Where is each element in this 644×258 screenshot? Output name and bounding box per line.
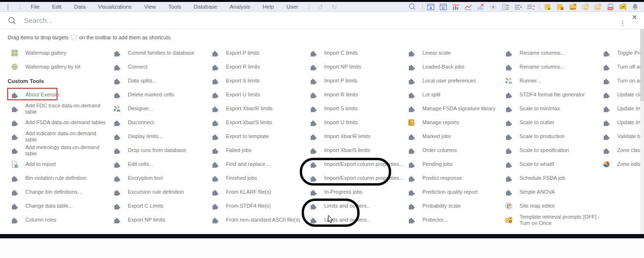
tool-item-connect[interactable]: Connect — [110, 60, 210, 74]
tool-item-import-r-limits[interactable]: Import R limits — [306, 88, 406, 102]
menu-item-database[interactable]: Database — [187, 4, 223, 10]
tool-item-export-s-limits[interactable]: Export S limits — [208, 74, 308, 88]
dod-icon[interactable]: DOD — [606, 3, 614, 11]
tool-item-export-xbar-r-limits[interactable]: Export Xbar/R limits — [208, 102, 308, 116]
tool-item-failed-jobs[interactable]: Failed jobs — [208, 143, 308, 157]
delete-note-icon[interactable] — [556, 3, 565, 11]
tool-item-export-u-limits[interactable]: Export U limits — [208, 88, 308, 102]
tool-item-update-image[interactable]: Update image — [599, 102, 644, 116]
tool-item-edit-cells[interactable]: Edit cells... — [110, 157, 210, 171]
menu-item-tools[interactable]: Tools — [162, 4, 188, 10]
tool-item-rename-columns[interactable]: Rename columns... — [502, 46, 601, 60]
tool-item-import-export-column-properties[interactable]: Import/Export column properties... — [306, 157, 406, 171]
menu-item-help[interactable]: Help — [257, 4, 281, 10]
search-icon[interactable] — [408, 3, 416, 11]
tool-item-display-limits[interactable]: Display limits... — [110, 129, 210, 143]
tool-item-about-exensio[interactable]: About Exensio — [8, 88, 107, 102]
menu-item-file[interactable]: File — [24, 4, 46, 10]
tool-item-scale-to-specification[interactable]: Scale to specification — [502, 143, 601, 157]
tool-item-import-p-limits[interactable]: Import P limits — [306, 74, 406, 88]
tool-item-wafermap-gallery[interactable]: Wafermap gallery — [8, 46, 107, 60]
menu-item-edit[interactable]: Edit — [46, 4, 68, 10]
tool-item-wafermap-gallery-by-lot[interactable]: Wafermap gallery by lot — [8, 60, 107, 74]
bell-icon[interactable] — [631, 3, 639, 11]
tool-item-delete-marked-cells[interactable]: Delete marked cells — [110, 88, 210, 102]
tool-item-stdf4-format-file-generator[interactable]: STDF4 format file generator — [502, 88, 601, 102]
tool-item-finished-jobs[interactable]: Finished jobs — [208, 171, 308, 185]
tool-item-data-splits[interactable]: Data splits... — [110, 74, 210, 88]
tool-item-protector[interactable]: Protector... — [405, 213, 504, 227]
tool-item-excursion-rule-definition[interactable]: Excursion rule definition — [110, 185, 210, 199]
tool-item-loaded-back-jobs[interactable]: Loaded-Back jobs — [405, 60, 504, 74]
menu-item-data[interactable]: Data — [68, 4, 91, 10]
tool-item-zone-classifica[interactable]: Zone classifica — [599, 143, 644, 157]
tool-item-update-class[interactable]: Update class — [599, 88, 644, 102]
tool-item-update-image[interactable]: Update image — [599, 116, 644, 129]
tool-item-export-np-limits[interactable]: Export NP limits — [110, 213, 210, 227]
tool-item-simple-anova[interactable]: Simple ANOVA — [502, 185, 601, 199]
tool-item-zone-editor[interactable]: Zone editor — [599, 157, 644, 171]
menu-item-analysis[interactable]: Analysis — [224, 4, 257, 10]
tool-item-export-to-template[interactable]: Export to template — [208, 129, 308, 143]
tool-item-import-s-limits[interactable]: Import S limits — [306, 102, 406, 116]
folder-ret-icon[interactable]: RET — [569, 3, 577, 11]
undo-icon[interactable]: ↺ — [314, 3, 328, 11]
column-lines-icon[interactable] — [514, 3, 522, 11]
tool-item-commit-families-to-database[interactable]: Commit families to database — [110, 46, 210, 60]
tool-item-change-bin-definitions[interactable]: Change bin definitions... — [8, 185, 107, 199]
control-chart-icon[interactable] — [452, 3, 460, 11]
menu-item-visualizations[interactable]: Visualizations — [92, 4, 138, 10]
normalize-a-icon[interactable]: A — [427, 3, 435, 11]
tool-item-designer[interactable]: Designer... — [110, 102, 210, 116]
folder-bi-icon[interactable]: BI — [581, 3, 589, 11]
pareto-icon[interactable] — [502, 3, 510, 11]
tool-item-export-c-limits[interactable]: Export C Limits — [110, 199, 210, 213]
tool-item-drop-runs-from-database[interactable]: Drop runs from database — [110, 143, 210, 157]
tool-item-encryption-tool[interactable]: Encryption tool — [110, 171, 210, 185]
tool-item-local-user-preferences[interactable]: Local user preferences — [405, 74, 504, 88]
grip-handle-icon[interactable]: ⋮ — [5, 3, 11, 11]
tool-item-from-stdf4-file-s[interactable]: From STDF4 file(s) — [208, 199, 308, 213]
tool-item-predict-response[interactable]: Predict response — [405, 171, 504, 185]
redo-icon[interactable]: ↻ — [328, 3, 341, 11]
tool-item-import-xbar-r-limits[interactable]: Import Xbar/R limits — [306, 129, 406, 143]
tool-item-template-retrieval-prompts-off-turn-on-once[interactable]: Template retrieval prompts [OFF] - Turn … — [502, 213, 601, 227]
tool-item-import-xbar-s-limits[interactable]: Import Xbar/S limits — [306, 143, 406, 157]
tool-item-scale-to-min-max[interactable]: Scale to min/max — [502, 102, 601, 116]
menu-item-view[interactable]: View — [138, 4, 162, 10]
tool-item-bin-violation-rule-definition[interactable]: Bin violation rule definition — [8, 171, 107, 185]
tool-item-runner[interactable]: Runner... — [502, 74, 601, 88]
tool-item-from-klarf-file-s[interactable]: From KLARF file(s) — [208, 185, 308, 199]
tool-item-rename-columns[interactable]: Rename columns... — [502, 60, 601, 74]
tool-item-export-xbar-s-limits[interactable]: Export Xbar/S limits — [208, 116, 308, 129]
tool-item-limits-and-outliers[interactable]: Limits and outliers... — [306, 213, 406, 227]
tool-item-probability-scale[interactable]: Probability scale — [405, 199, 504, 213]
tool-item-scale-to-outlier[interactable]: Scale to outlier — [502, 116, 601, 129]
tool-item-export-p-limits[interactable]: Export P limits — [208, 46, 308, 60]
tool-item-site-map-editor[interactable]: Site map editor — [502, 199, 601, 213]
tool-item-column-roles[interactable]: Column roles — [8, 213, 107, 227]
tool-item-turn-off-auto-l[interactable]: Turn off auto l — [599, 60, 644, 74]
close-icon[interactable]: ✕ — [632, 14, 637, 21]
tool-item-export-r-limits[interactable]: Export R limits — [208, 60, 308, 74]
load-note-icon[interactable] — [544, 3, 552, 11]
build-table-icon[interactable]: ++ — [527, 3, 535, 11]
tool-item-validate-by-an[interactable]: Validate by An — [599, 129, 644, 143]
tool-item-change-data-table[interactable]: Change data table... — [8, 199, 107, 213]
tool-item-turn-on-auto-lo[interactable]: Turn on auto lo — [599, 74, 644, 88]
tool-item-import-u-limits[interactable]: Import U limits — [306, 116, 406, 129]
tool-item-manage-fsda-signature-library[interactable]: Manage FSDA signature library — [405, 102, 504, 116]
tool-item-manage-reports[interactable]: Manage reports — [405, 116, 504, 129]
tool-item-add-fdc-trace-data-on-demand-table[interactable]: Add FDC trace data-on-demand table — [8, 102, 107, 116]
tool-item-linear-scale[interactable]: Linear scale — [405, 46, 504, 60]
tool-item-import-c-limits[interactable]: Import C limits — [306, 46, 406, 60]
tool-item-add-indicator-data-on-demand-table[interactable]: Add indicator data-on-demand table — [8, 129, 107, 143]
tool-item-marked-jobs[interactable]: Marked jobs — [405, 129, 504, 143]
tool-item-find-and-replace[interactable]: Find and replace... — [208, 157, 308, 171]
tool-item-disconnect[interactable]: Disconnect — [110, 116, 210, 129]
menu-item-user[interactable]: User — [280, 4, 304, 10]
trend-chart-icon[interactable] — [464, 3, 473, 11]
tool-item-in-progress-jobs[interactable]: In-Progress jobs — [306, 185, 406, 199]
search-input[interactable]: Search... — [24, 16, 636, 24]
scrollbar-track[interactable] — [640, 29, 644, 234]
